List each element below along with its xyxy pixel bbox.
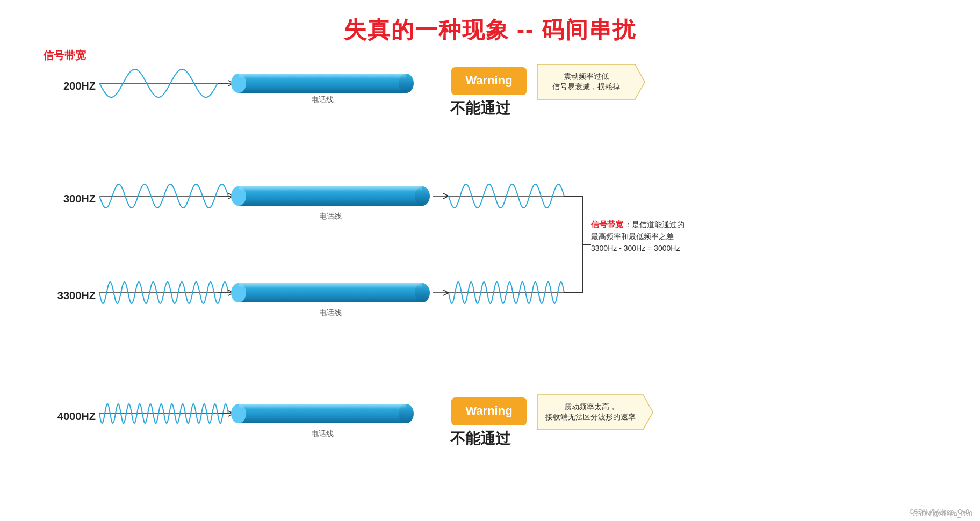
signal-bandwidth-label: 信号带宽 xyxy=(43,48,86,63)
footer-credit: CSDN @Aileen_Ov0 xyxy=(909,508,969,516)
page-title: 失真的一种现象 -- 码间串扰 xyxy=(0,0,980,45)
